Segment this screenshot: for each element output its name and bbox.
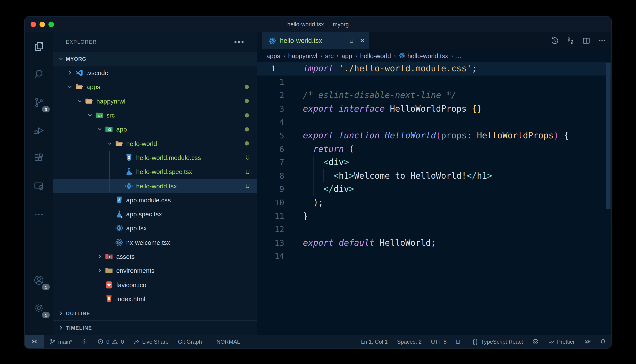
more-actions-icon[interactable]: ••• xyxy=(234,40,245,44)
tree-item-label: apps xyxy=(86,83,100,90)
tree-item-hello-world[interactable]: hello-world xyxy=(53,136,257,150)
minimize-window-button[interactable] xyxy=(40,22,45,27)
status-item-git-graph[interactable]: Git Graph xyxy=(178,338,202,345)
breadcrumb-item-apps[interactable]: apps xyxy=(266,52,280,59)
explorer-section-myorg[interactable]: MYORG xyxy=(53,52,257,66)
tree-item-happynrwl[interactable]: happynrwl xyxy=(53,94,257,108)
code-line[interactable]: 4 xyxy=(257,116,611,129)
status-item-cursor-position[interactable]: Ln 1, Col 1 xyxy=(361,338,388,345)
panel-header-outline[interactable]: OUTLINE xyxy=(53,306,257,320)
breadcrumb-item-hello-world[interactable]: hello-world xyxy=(360,52,391,59)
code-line[interactable]: 9 </div> xyxy=(257,183,611,196)
breadcrumb-item-app[interactable]: app xyxy=(342,52,352,59)
activity-item-search[interactable] xyxy=(25,60,53,88)
code-line[interactable]: 8 <h1>Welcome to HelloWorld!</h1> xyxy=(257,169,611,183)
status-bar-right: Ln 1, Col 1Spaces: 2UTF-8LF{}TypeScript … xyxy=(361,338,611,345)
code-line[interactable]: 12 xyxy=(257,223,611,236)
code-line[interactable]: 3export interface HelloWorldProps {} xyxy=(257,102,611,116)
tree-item-app.module.css[interactable]: 3app.module.css xyxy=(53,193,257,207)
code-line[interactable]: 1 xyxy=(257,75,611,89)
editor-action-history[interactable] xyxy=(551,36,559,45)
code-line[interactable]: 11} xyxy=(257,209,611,223)
close-icon[interactable]: ✕ xyxy=(360,37,365,44)
code-line[interactable]: 14 xyxy=(257,250,611,263)
code-line[interactable]: 1import './hello-world.module.css'; xyxy=(257,62,611,75)
tree-item-app.spec.tsx[interactable]: Sapp.spec.tsx xyxy=(53,207,257,221)
activity-item-run-debug[interactable] xyxy=(25,116,53,144)
breadcrumb-item-hello-world.tsx[interactable]: hello-world.tsx xyxy=(399,52,448,59)
code-line[interactable]: 2/* eslint-disable-next-line */ xyxy=(257,89,611,102)
svg-text:S: S xyxy=(121,215,123,218)
chevron-right-icon xyxy=(67,69,73,76)
tree-item-app[interactable]: app xyxy=(53,122,257,136)
tree-item-src[interactable]: </>src xyxy=(53,108,257,122)
line-number: 14 xyxy=(257,250,284,263)
close-window-button[interactable] xyxy=(31,22,36,27)
remote-indicator[interactable] xyxy=(25,335,44,348)
code-line[interactable]: 10 ); xyxy=(257,196,611,209)
tree-item-app.tsx[interactable]: app.tsx xyxy=(53,221,257,236)
line-number: 6 xyxy=(257,142,284,156)
more-icon xyxy=(33,208,44,220)
status-item-encoding[interactable]: UTF-8 xyxy=(431,338,447,345)
search-icon xyxy=(33,68,44,80)
tree-item-assets[interactable]: assets xyxy=(53,250,257,264)
tree-item-hello-world.spec.tsx[interactable]: Shello-world.spec.tsxU xyxy=(53,164,257,179)
tree-item-apps[interactable]: apps xyxy=(53,80,257,94)
code-area[interactable]: 1import './hello-world.module.css';12/* … xyxy=(257,62,611,335)
activity-item-extensions[interactable] xyxy=(25,144,53,172)
tree-item-hello-world.tsx[interactable]: hello-world.tsxU xyxy=(53,179,257,193)
breadcrumb-item-...[interactable]: ... xyxy=(456,52,461,59)
status-item-feedback[interactable] xyxy=(584,338,590,345)
status-item-eol[interactable]: LF xyxy=(456,338,463,345)
breadcrumb-separator-icon: › xyxy=(283,52,285,59)
status-item-notifications[interactable] xyxy=(600,338,606,345)
breadcrumb-separator-icon: › xyxy=(451,52,453,59)
tree-item-favicon.ico[interactable]: favicon.ico xyxy=(53,278,257,292)
activity-item-more[interactable] xyxy=(25,200,53,228)
cloud-upload-icon xyxy=(82,338,88,345)
code-line[interactable]: 7 <div> xyxy=(257,156,611,169)
status-item-git-branch[interactable]: main* xyxy=(49,338,72,345)
tree-item-.vscode[interactable]: .vscode xyxy=(53,66,257,80)
vertical-scrollbar[interactable] xyxy=(606,63,610,209)
tree-item-nx-welcome.tsx[interactable]: nx-welcome.tsx xyxy=(53,235,257,250)
breadcrumb-item-happynrwl[interactable]: happynrwl xyxy=(288,52,317,59)
line-number: 11 xyxy=(257,209,284,223)
editor-action-split-editor[interactable] xyxy=(582,36,590,45)
tree-item-label: app.module.css xyxy=(126,196,171,204)
status-item-vim-mode[interactable]: -- NORMAL -- xyxy=(211,338,245,345)
activity-item-explorer[interactable] xyxy=(25,32,53,60)
breadcrumb-item-src[interactable]: src xyxy=(325,52,334,59)
indent-guide xyxy=(323,169,324,183)
editor-action-open-changes[interactable] xyxy=(566,36,575,45)
status-item-problems[interactable]: 00 xyxy=(98,338,124,345)
status-label: Git Graph xyxy=(178,338,202,345)
tab-hello-world-tsx[interactable]: hello-world.tsx U ✕ xyxy=(262,32,369,49)
status-count: 0 xyxy=(106,338,109,345)
code-line[interactable]: 6 return ( xyxy=(257,142,611,156)
status-item-language-mode[interactable]: {}TypeScript React xyxy=(472,338,523,345)
zoom-window-button[interactable] xyxy=(49,22,54,27)
tree-item-environments[interactable]: environments xyxy=(53,264,257,278)
status-item-live-share[interactable]: Live Share xyxy=(133,338,168,345)
status-item-prettier[interactable]: Prettier xyxy=(548,338,575,345)
status-item-sync[interactable] xyxy=(82,338,88,345)
code-line[interactable]: 5export function HelloWorld(props: Hello… xyxy=(257,129,611,142)
tree-item-hello-world.module.css[interactable]: 3hello-world.module.cssU xyxy=(53,150,257,165)
chevron-none-icon xyxy=(96,281,103,288)
activity-item-source-control[interactable]: 3 xyxy=(25,88,53,116)
breadcrumb: apps›happynrwl›src›app›hello-world›hello… xyxy=(257,49,611,62)
activity-badge: 3 xyxy=(41,105,51,113)
code-line[interactable]: 13export default HelloWorld; xyxy=(257,236,611,250)
tree-item-index.html[interactable]: 5index.html xyxy=(53,292,257,306)
activity-item-remote-explorer[interactable] xyxy=(25,172,53,200)
panel-header-timeline[interactable]: TIMELINE xyxy=(53,320,257,335)
code-text: } xyxy=(284,209,308,223)
status-item-octoface[interactable] xyxy=(532,338,539,345)
editor-action-more-actions[interactable] xyxy=(598,36,606,45)
status-item-indentation[interactable]: Spaces: 2 xyxy=(397,338,422,345)
breadcrumb-separator-icon: › xyxy=(355,52,357,59)
activity-item-accounts[interactable]: 1 xyxy=(25,266,53,294)
activity-item-settings[interactable]: 1 xyxy=(25,294,53,322)
